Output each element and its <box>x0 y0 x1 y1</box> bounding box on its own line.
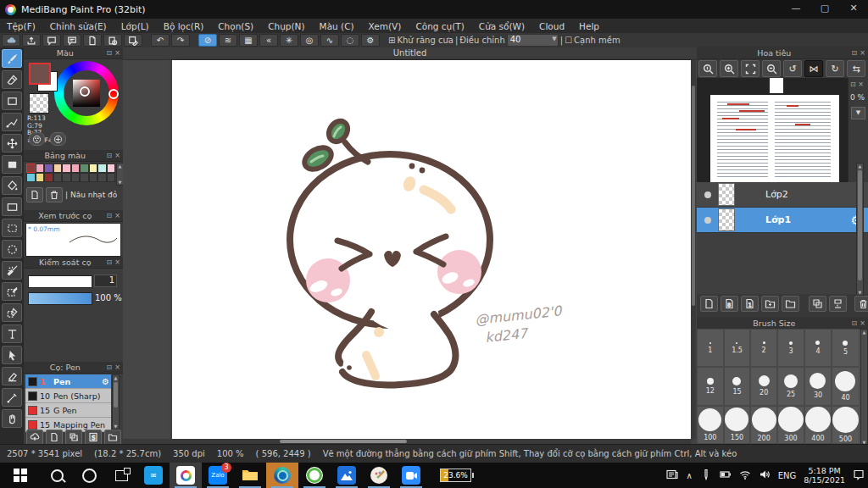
chat-button[interactable] <box>63 34 81 47</box>
brush-cloud-button[interactable] <box>26 430 43 445</box>
merge-down-button[interactable] <box>829 296 847 312</box>
add-brush-button[interactable] <box>46 430 63 445</box>
shape-brush-tool[interactable] <box>2 92 22 110</box>
brush-size-cell[interactable]: 400 <box>804 406 832 444</box>
comment-button[interactable] <box>42 34 61 47</box>
layer-thumbnail[interactable] <box>718 183 735 206</box>
brush-size-cell[interactable]: 1 <box>697 329 724 367</box>
brush-settings-icon[interactable]: ⚙ <box>102 377 109 386</box>
reset-rotation-button[interactable]: ⋈ <box>804 60 823 77</box>
popout-icon[interactable]: ⊡ <box>107 258 113 266</box>
brush-size-cell[interactable]: 150 <box>724 406 751 444</box>
close-icon[interactable]: × <box>114 363 120 371</box>
brush-size-cell[interactable]: 3 <box>777 329 804 367</box>
color-settings-button[interactable] <box>50 132 66 146</box>
history-button[interactable] <box>103 34 122 47</box>
close-icon[interactable]: × <box>114 212 120 219</box>
publish-button[interactable] <box>22 34 41 47</box>
rotate-ccw-button[interactable]: ↺ <box>783 60 802 77</box>
palette-swatch[interactable] <box>53 164 63 173</box>
brush-size-cell[interactable]: 1.5 <box>724 329 751 367</box>
menu-file[interactable]: Tệp(F) <box>7 21 36 31</box>
fill-shape-tool[interactable] <box>2 155 22 174</box>
add-folder-button[interactable] <box>761 296 779 312</box>
palette-swatch[interactable] <box>62 164 71 173</box>
palette-swatch[interactable] <box>97 164 107 173</box>
snap-off-button[interactable]: ⊘ <box>198 34 217 47</box>
new-1bit-layer-button[interactable]: 1 <box>741 296 759 312</box>
menu-tools[interactable]: Công cụ(T) <box>415 21 464 31</box>
new-layer-button[interactable] <box>700 296 718 312</box>
popout-icon[interactable]: ⊡ <box>852 319 858 327</box>
taskbar-photos[interactable] <box>331 463 363 488</box>
menu-edit[interactable]: Chỉnh sửa(E) <box>50 21 107 31</box>
flip-horizontal-button[interactable]: ⇆ <box>847 60 865 77</box>
soft-edge-checkbox[interactable]: ☐ <box>565 36 572 45</box>
popout-icon[interactable]: ⊡ <box>107 152 113 159</box>
brush-size-cell[interactable]: 30 <box>804 367 832 405</box>
text-tool[interactable] <box>2 324 22 343</box>
layer-row-lop2[interactable]: Lớp2 <box>697 182 868 208</box>
layers-panel-header-icons[interactable]: ⊡ × <box>849 78 868 88</box>
hsv-cursor[interactable] <box>80 86 90 97</box>
minimize-button[interactable]: — <box>782 0 810 19</box>
transparent-color-swatch[interactable] <box>29 93 49 114</box>
script-brush-button[interactable]: S <box>85 430 102 445</box>
news-widget-icon[interactable] <box>666 469 678 483</box>
brush-size-cell[interactable]: 40 <box>832 367 860 405</box>
brush-size-cell[interactable]: 12 <box>697 367 724 405</box>
brush-size-cell[interactable]: 300 <box>777 406 804 444</box>
menu-layer[interactable]: Lớp(L) <box>121 21 149 31</box>
close-icon[interactable]: × <box>860 49 865 57</box>
redo-button[interactable]: ↷ <box>171 34 190 47</box>
layers-scrollbar[interactable]: ▲▼ <box>856 163 864 296</box>
snap-grid-button[interactable]: ▦ <box>239 34 258 47</box>
palette-swatch[interactable] <box>71 164 81 173</box>
brush-opacity-slider[interactable] <box>28 292 92 305</box>
volume-icon[interactable] <box>759 469 771 483</box>
brush-item-pen-sharp[interactable]: 10Pen (Sharp) <box>25 389 111 403</box>
close-icon[interactable]: × <box>860 319 865 327</box>
palette-swatch[interactable] <box>36 164 45 173</box>
new-8bit-layer-button[interactable]: 8 <box>721 296 738 312</box>
language-indicator[interactable]: ENG <box>778 471 797 480</box>
battery-tray-icon[interactable] <box>720 469 732 483</box>
popout-icon[interactable]: ⊡ <box>852 49 858 57</box>
brush-item-pen[interactable]: 1Pen⚙ <box>25 374 111 389</box>
zoom-actual-button[interactable] <box>698 60 717 77</box>
rotate-cw-button[interactable]: ↻ <box>826 60 844 77</box>
delete-layer-button[interactable] <box>854 296 868 312</box>
close-icon[interactable]: × <box>114 152 120 159</box>
palette-swatch[interactable] <box>44 164 53 173</box>
taskbar-edge[interactable] <box>266 463 298 488</box>
maximize-button[interactable]: ▢ <box>810 0 839 19</box>
palette-swatch[interactable] <box>26 173 36 182</box>
color-wheel[interactable] <box>54 61 119 125</box>
hand-tool[interactable] <box>2 409 22 428</box>
brush-size-cell[interactable]: 100 <box>697 406 724 444</box>
zoom-in-button[interactable] <box>720 60 738 77</box>
brush-item-g-pen[interactable]: 15G Pen <box>25 403 111 418</box>
brush-folder-button[interactable] <box>104 430 121 445</box>
document-tab[interactable]: Untitled <box>123 47 697 60</box>
gradient-tool[interactable] <box>2 197 22 216</box>
wifi-icon[interactable] <box>739 469 751 483</box>
menu-view[interactable]: Xem(V) <box>369 21 402 31</box>
layer-thumbnail[interactable] <box>718 208 735 231</box>
brush-size-value[interactable]: 1 <box>94 274 117 287</box>
select-rect-tool[interactable] <box>2 219 22 237</box>
select-eraser-tool[interactable] <box>2 303 22 322</box>
menu-snap[interactable]: Chụp(N) <box>268 21 304 31</box>
popout-icon[interactable]: ⊡ <box>107 363 113 371</box>
layer-visibility-icon[interactable] <box>704 217 711 224</box>
canvas-vscrollbar[interactable] <box>691 60 696 439</box>
select-pen-tool[interactable] <box>2 282 22 301</box>
snap-ellipse-button[interactable]: ◌ <box>341 34 359 47</box>
taskbar-search-button[interactable] <box>41 463 73 488</box>
magic-wand-tool[interactable] <box>2 261 22 280</box>
brush-size-cell[interactable]: 20 <box>750 367 777 405</box>
taskbar-explorer[interactable] <box>234 463 266 488</box>
menu-color[interactable]: Màu (C) <box>320 21 354 31</box>
eraser-tool[interactable] <box>2 70 22 89</box>
folder-button[interactable] <box>782 296 799 312</box>
